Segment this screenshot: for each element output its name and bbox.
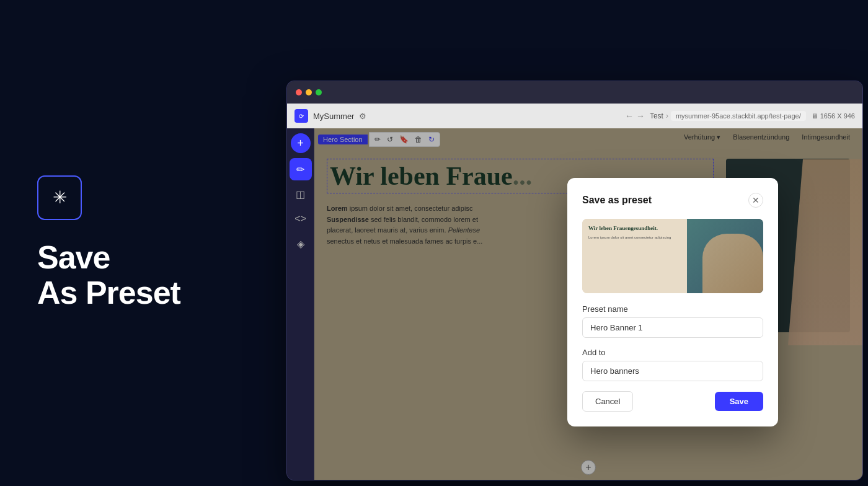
app-bar: ⟳ MySummer ⚙ ← → Test › mysummer-95ace.s…	[287, 104, 862, 128]
modal-overlay: Save as preset ✕ Wir leben Frauengesundh…	[314, 128, 862, 480]
save-button[interactable]: Save	[715, 392, 763, 411]
edit-icon: ✏	[296, 164, 304, 175]
breadcrumb: Test › mysummer-95ace.stackbit.app/test-…	[650, 111, 806, 121]
forward-arrow[interactable]: →	[636, 111, 645, 121]
modal-preview-right	[687, 219, 763, 293]
breadcrumb-test: Test	[650, 112, 663, 120]
app-name: MySummer	[313, 112, 354, 121]
logo-box: ✳	[37, 175, 82, 220]
drops-icon: ◈	[297, 238, 304, 250]
close-icon: ✕	[752, 195, 760, 205]
save-as-preset-modal: Save as preset ✕ Wir leben Frauengesundh…	[567, 178, 778, 426]
sidebar-item-edit[interactable]: ✏	[290, 158, 312, 180]
modal-preview-heading: Wir leben Frauengesundheit.	[588, 225, 681, 232]
code-icon: <>	[294, 213, 306, 224]
logo-icon: ✳	[53, 187, 67, 208]
sidebar: + ✏ ◫ <> ◈	[287, 128, 314, 480]
gear-icon[interactable]: ⚙	[359, 112, 366, 121]
resolution-badge: 🖥 1656 X 946	[811, 112, 855, 120]
layers-icon: ◫	[296, 188, 305, 200]
resolution-text: 1656 X 946	[820, 112, 855, 120]
modal-preview-text: Lorem ipsum dolor sit amet consectetur a…	[588, 235, 681, 240]
editor-content: Hero Section ✏ ↺ 🔖 🗑 ↻ + Verhütung ▾ Bla…	[314, 128, 862, 480]
browser-chrome	[287, 81, 862, 104]
modal-actions: Cancel Save	[582, 391, 763, 412]
back-arrow[interactable]: ←	[625, 111, 634, 121]
monitor-icon: 🖥	[811, 112, 818, 120]
app-bar-left: ⟳ MySummer ⚙	[294, 109, 620, 123]
add-to-label: Add to	[582, 348, 763, 357]
sidebar-item-drops[interactable]: ◈	[290, 232, 312, 255]
browser-dot-red[interactable]	[296, 89, 302, 95]
preset-name-input[interactable]	[582, 317, 763, 338]
brand-title: Save As Preset	[37, 240, 285, 311]
url-bar[interactable]: mysummer-95ace.stackbit.app/test-page/	[671, 111, 806, 121]
add-to-input[interactable]	[582, 361, 763, 381]
breadcrumb-sep: ›	[666, 112, 668, 120]
browser-window: ⟳ MySummer ⚙ ← → Test › mysummer-95ace.s…	[286, 81, 863, 480]
modal-title: Save as preset	[582, 195, 652, 206]
preset-name-label: Preset name	[582, 304, 763, 314]
add-section-button[interactable]: +	[291, 133, 311, 153]
modal-preview-left: Wir leben Frauengesundheit. Lorem ipsum …	[582, 219, 687, 293]
sidebar-item-code[interactable]: <>	[290, 208, 312, 230]
modal-preview-hand	[702, 234, 763, 293]
browser-dot-yellow[interactable]	[306, 89, 312, 95]
modal-close-button[interactable]: ✕	[748, 193, 763, 208]
sidebar-item-layers[interactable]: ◫	[290, 183, 312, 205]
app-layout: + ✏ ◫ <> ◈ Hero Section ✏ ↺ 🔖	[287, 128, 862, 480]
modal-header: Save as preset ✕	[582, 193, 763, 208]
cancel-button[interactable]: Cancel	[582, 391, 633, 412]
app-icon: ⟳	[294, 109, 308, 123]
nav-arrows: ← →	[625, 111, 645, 121]
browser-dot-green[interactable]	[316, 89, 322, 95]
modal-preview: Wir leben Frauengesundheit. Lorem ipsum …	[582, 219, 763, 293]
left-panel: ✳ Save As Preset	[0, 0, 285, 486]
